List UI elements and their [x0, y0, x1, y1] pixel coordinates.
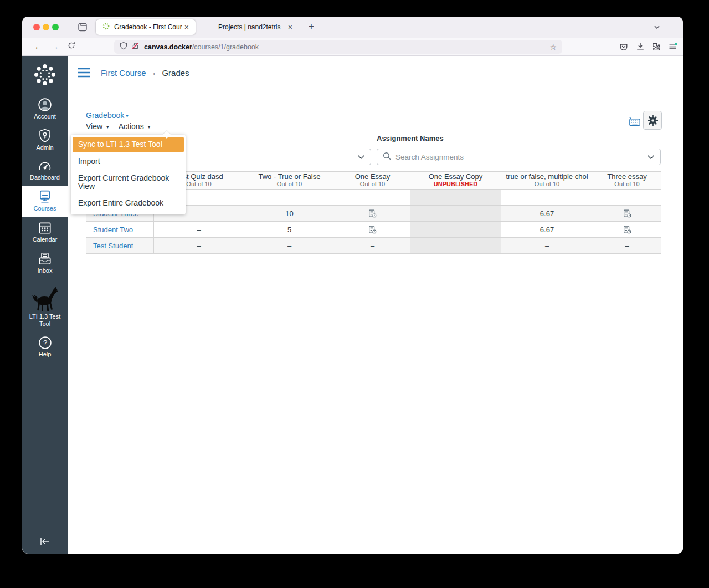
- actions-menu-button[interactable]: Actions: [119, 122, 144, 131]
- back-icon[interactable]: ←: [32, 42, 44, 51]
- shield-icon[interactable]: [120, 42, 127, 52]
- assignment-submitted-icon: [368, 209, 377, 218]
- url-text: canvas.docker/courses/1/gradebook: [144, 43, 259, 51]
- grade-cell[interactable]: 6.67: [501, 206, 593, 222]
- minimize-window-button[interactable]: [43, 24, 49, 30]
- grade-cell[interactable]: [593, 206, 661, 222]
- tab-title: Projects | nand2tetris: [218, 23, 286, 31]
- grade-cell[interactable]: –: [501, 238, 593, 254]
- tab-projects[interactable]: Projects | nand2tetris ×: [205, 19, 299, 35]
- view-menu-button[interactable]: View: [86, 122, 102, 131]
- caret-down-icon: ▾: [106, 124, 109, 130]
- tab-bar: Gradebook - First Course × Projects | na…: [22, 17, 683, 38]
- global-nav-sidebar: Account Admin Dashboard: [22, 56, 68, 554]
- reload-icon[interactable]: [65, 42, 78, 51]
- collapse-nav-icon[interactable]: [22, 537, 68, 548]
- student-link[interactable]: Test Student: [93, 242, 133, 250]
- sidebar-item-account[interactable]: Account: [22, 94, 68, 125]
- menu-item[interactable]: Sync to LTI 1.3 Test Tool: [73, 137, 184, 152]
- admin-shield-icon: [38, 129, 52, 143]
- grade-cell[interactable]: [410, 222, 501, 238]
- close-tab-icon[interactable]: ×: [182, 22, 191, 33]
- grade-cell[interactable]: –: [593, 238, 661, 254]
- search-assignments-input[interactable]: [395, 153, 647, 161]
- assignment-column-header[interactable]: true or false, multiple choiOut of 10: [501, 172, 593, 190]
- tab-gradebook[interactable]: Gradebook - First Course ×: [96, 19, 196, 35]
- firefox-view-icon[interactable]: [78, 22, 88, 34]
- sidebar-item-help[interactable]: ? Help: [22, 332, 68, 362]
- forward-icon[interactable]: →: [49, 42, 61, 51]
- grade-cell[interactable]: [410, 238, 501, 254]
- actions-dropdown-menu: Sync to LTI 1.3 Test ToolImportExport Cu…: [71, 135, 186, 214]
- assignment-column-header[interactable]: Three essayOut of 10: [593, 172, 661, 190]
- menu-item[interactable]: Import: [71, 154, 186, 170]
- grade-cell[interactable]: –: [244, 238, 335, 254]
- chevron-down-icon[interactable]: [357, 152, 365, 162]
- menu-item[interactable]: Export Entire Gradebook: [71, 195, 186, 212]
- sidebar-item-courses[interactable]: Courses: [22, 186, 68, 217]
- courses-book-icon: [38, 190, 52, 204]
- insecure-lock-icon[interactable]: [131, 42, 140, 52]
- extensions-puzzle-icon[interactable]: [651, 42, 661, 54]
- course-nav-hamburger-icon[interactable]: [78, 68, 91, 80]
- download-icon[interactable]: [636, 42, 645, 53]
- assignment-submitted-icon: [623, 209, 631, 218]
- caret-down-icon: ▾: [126, 113, 129, 119]
- app-menu-icon[interactable]: [668, 42, 677, 54]
- pocket-icon[interactable]: [619, 42, 628, 53]
- zoom-window-button[interactable]: [52, 24, 59, 30]
- inbox-icon: [38, 252, 52, 266]
- student-link[interactable]: Student Two: [93, 226, 133, 234]
- grade-cell[interactable]: [593, 222, 661, 238]
- assignment-names-filter[interactable]: [377, 149, 661, 165]
- assignment-column-header[interactable]: Two - True or FalseOut of 10: [244, 172, 335, 190]
- sidebar-item-admin[interactable]: Admin: [22, 125, 68, 156]
- grade-cell[interactable]: [410, 206, 501, 222]
- url-bar[interactable]: canvas.docker/courses/1/gradebook ☆: [114, 40, 562, 54]
- calendar-icon: [38, 221, 52, 235]
- gear-icon: [648, 115, 658, 126]
- sidebar-item-calendar[interactable]: Calendar: [22, 217, 68, 248]
- grade-cell[interactable]: –: [154, 238, 244, 254]
- grade-cell[interactable]: [335, 206, 410, 222]
- grade-cell[interactable]: –: [501, 190, 593, 206]
- grade-cell[interactable]: –: [154, 222, 244, 238]
- breadcrumb-course-link[interactable]: First Course: [101, 68, 146, 78]
- grade-cell[interactable]: –: [335, 190, 410, 206]
- sidebar-item-dashboard[interactable]: Dashboard: [22, 156, 68, 186]
- gradebook-menus: Gradebook▾ View▾ Actions▾: [86, 111, 158, 131]
- grade-cell[interactable]: 6.67: [501, 222, 593, 238]
- new-tab-button[interactable]: +: [306, 21, 317, 32]
- canvas-favicon: [102, 23, 110, 32]
- close-tab-icon[interactable]: ×: [286, 22, 295, 33]
- gradebook-settings-button[interactable]: [643, 111, 662, 130]
- gradebook-menu-button[interactable]: Gradebook: [86, 111, 124, 120]
- breadcrumb-separator: ›: [153, 69, 155, 78]
- breadcrumb: First Course › Grades: [101, 68, 189, 78]
- sidebar-item-inbox[interactable]: Inbox: [22, 248, 68, 279]
- keyboard-shortcuts-icon[interactable]: [629, 117, 641, 129]
- canvas-logo-icon[interactable]: [33, 63, 57, 89]
- grade-cell[interactable]: –: [593, 190, 661, 206]
- assignment-names-label: Assignment Names: [377, 134, 444, 142]
- student-name-cell: Student Two: [86, 222, 154, 238]
- close-window-button[interactable]: [33, 24, 40, 30]
- assignment-submitted-icon: [368, 226, 377, 234]
- sidebar-item-lti-test-tool[interactable]: LTI 1.3 Test Tool: [22, 279, 68, 332]
- table-row: Test Student–––––: [86, 238, 661, 254]
- grade-cell[interactable]: [335, 222, 410, 238]
- chevron-down-icon[interactable]: [653, 23, 661, 33]
- grade-cell[interactable]: –: [335, 238, 410, 254]
- menu-item[interactable]: Export Current Gradebook View: [71, 170, 186, 195]
- assignment-submitted-icon: [623, 226, 631, 234]
- grade-cell[interactable]: 5: [244, 222, 335, 238]
- sidebar-nav: Account Admin Dashboard: [22, 94, 68, 362]
- grade-cell[interactable]: [410, 190, 501, 206]
- bookmark-star-icon[interactable]: ☆: [549, 43, 557, 52]
- assignment-column-header[interactable]: One EssayOut of 10: [335, 172, 410, 190]
- browser-window: Gradebook - First Course × Projects | na…: [22, 17, 683, 554]
- grade-cell[interactable]: 10: [244, 206, 335, 222]
- assignment-column-header[interactable]: One Essay CopyUNPUBLISHED: [410, 172, 501, 190]
- grade-cell[interactable]: –: [244, 190, 335, 206]
- chevron-down-icon[interactable]: [647, 152, 655, 162]
